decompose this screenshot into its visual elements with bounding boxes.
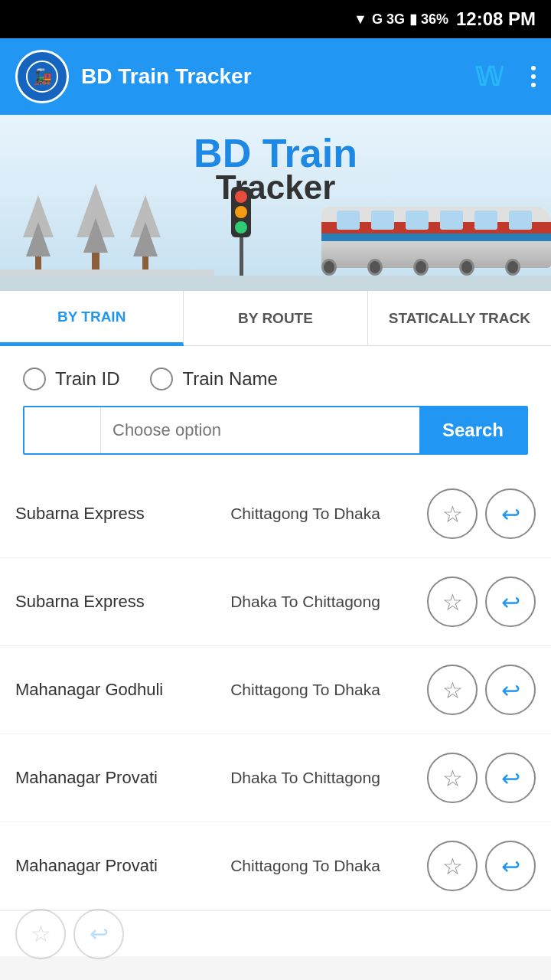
tabs-bar: BY TRAIN BY ROUTE STATICALLY TRACK	[0, 291, 551, 346]
search-section: Train ID Train Name Search	[0, 346, 551, 470]
favorite-button-1[interactable]: ☆	[427, 577, 478, 627]
svg-text:🚂: 🚂	[33, 67, 52, 86]
app-title: BD Train Tracker	[81, 64, 462, 89]
train-name-3: Mahanagar Provati	[15, 768, 184, 788]
star-icon-3: ☆	[442, 765, 463, 792]
track-button-3[interactable]: ↩	[485, 753, 536, 803]
radio-circle-train-name	[150, 368, 173, 390]
search-input[interactable]	[101, 407, 419, 453]
refresh-icon-1: ↩	[501, 589, 520, 616]
hero-train	[306, 188, 551, 287]
train-name-0: Subarna Express	[15, 504, 184, 524]
radio-label-train-name: Train Name	[182, 368, 277, 390]
tree-1	[23, 195, 54, 272]
favorite-button-2[interactable]: ☆	[427, 665, 478, 715]
favorite-button-0[interactable]: ☆	[427, 488, 478, 539]
radio-row: Train ID Train Name	[23, 368, 528, 390]
radio-label-train-id: Train ID	[55, 368, 119, 390]
track-button-2[interactable]: ↩	[485, 665, 536, 715]
radio-train-id[interactable]: Train ID	[23, 368, 119, 390]
train-name-1: Subarna Express	[15, 592, 184, 612]
train-name-2: Mahanagar Godhuli	[15, 680, 184, 700]
search-input-area	[24, 407, 419, 453]
track-button-4[interactable]: ↩	[485, 841, 536, 891]
track-button-0[interactable]: ↩	[485, 488, 536, 539]
tab-by-route[interactable]: BY ROUTE	[184, 291, 367, 345]
table-row: Mahanagar Provati Chittagong To Dhaka ☆ …	[0, 822, 551, 910]
search-button[interactable]: Search	[419, 407, 527, 453]
star-icon-4: ☆	[442, 853, 463, 880]
w-logo: 𝕎	[474, 61, 504, 92]
clock: 12:08 PM	[456, 8, 536, 30]
tree-2	[77, 184, 115, 272]
radio-circle-train-id	[23, 368, 46, 390]
train-route-0: Chittagong To Dhaka	[191, 505, 419, 523]
table-row: Subarna Express Chittagong To Dhaka ☆ ↩	[0, 470, 551, 558]
partial-star-icon: ☆	[15, 909, 66, 959]
partial-row: ☆ ↩	[0, 910, 551, 956]
train-route-2: Chittagong To Dhaka	[191, 681, 419, 699]
table-row: Mahanagar Godhuli Chittagong To Dhaka ☆ …	[0, 646, 551, 734]
refresh-icon-2: ↩	[501, 677, 520, 704]
wifi-icon: ▼	[354, 11, 367, 28]
partial-refresh-icon: ↩	[73, 909, 124, 959]
search-input-prefix	[24, 407, 101, 453]
tab-by-train[interactable]: BY TRAIN	[0, 291, 184, 345]
refresh-icon-4: ↩	[501, 853, 520, 880]
tab-statically-track[interactable]: STATICALLY TRACK	[368, 291, 551, 345]
battery-icon: ▮ 36%	[409, 11, 448, 28]
train-route-4: Chittagong To Dhaka	[191, 857, 419, 875]
hero-banner: BD Train Tracker	[0, 115, 551, 291]
table-row: Subarna Express Dhaka To Chittagong ☆ ↩	[0, 558, 551, 646]
favorite-button-4[interactable]: ☆	[427, 841, 478, 891]
status-bar: ▼ G 3G ▮ 36% 12:08 PM	[0, 0, 551, 38]
train-name-4: Mahanagar Provati	[15, 856, 184, 876]
signal-icons: ▼ G 3G ▮ 36%	[354, 11, 448, 28]
more-vert-icon[interactable]	[531, 66, 536, 87]
tree-3	[130, 195, 161, 272]
train-list: Subarna Express Chittagong To Dhaka ☆ ↩ …	[0, 470, 551, 956]
hero-scene-left	[0, 138, 214, 291]
track-button-1[interactable]: ↩	[485, 577, 536, 627]
favorite-button-3[interactable]: ☆	[427, 753, 478, 803]
app-bar: 🚂 BD Train Tracker 𝕎	[0, 38, 551, 115]
traffic-light	[231, 187, 251, 276]
radio-train-name[interactable]: Train Name	[150, 368, 277, 390]
train-route-3: Dhaka To Chittagong	[191, 769, 419, 787]
search-bar: Search	[23, 406, 528, 455]
star-icon-1: ☆	[442, 589, 463, 616]
star-icon-2: ☆	[442, 677, 463, 704]
table-row: Mahanagar Provati Dhaka To Chittagong ☆ …	[0, 734, 551, 822]
star-icon-0: ☆	[442, 501, 463, 528]
refresh-icon-3: ↩	[501, 765, 520, 792]
app-logo: 🚂	[15, 50, 69, 103]
refresh-icon-0: ↩	[501, 501, 520, 528]
train-route-1: Dhaka To Chittagong	[191, 593, 419, 611]
gsm-icon: G 3G	[372, 11, 405, 28]
